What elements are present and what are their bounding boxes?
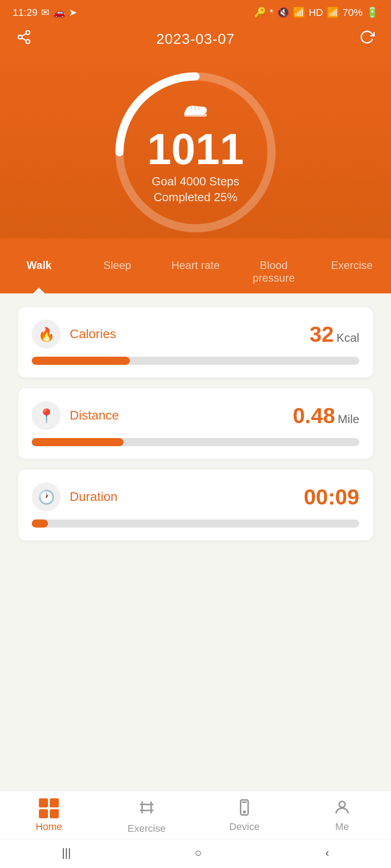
calories-card: 🔥 Calories 32 Kcal [18, 307, 373, 377]
duration-icon-circle: 🕐 [32, 482, 61, 511]
calories-header: 🔥 Calories 32 Kcal [32, 320, 359, 349]
distance-left: 📍 Distance [32, 401, 119, 430]
svg-point-2 [26, 40, 30, 44]
duration-value: 00:09 [304, 485, 359, 509]
distance-header: 📍 Distance 0.48 Mile [32, 401, 359, 430]
duration-bar-fill [32, 519, 48, 528]
status-bar: 11:29 ✉ 🚗 ➤ 🔑 * 🔇 📶 HD 📶 70% 🔋 [0, 0, 391, 25]
distance-bar-fill [32, 438, 124, 446]
nav-device-label: Device [229, 821, 259, 833]
mail-icon: ✉ [41, 7, 49, 19]
tabs-bar: Walk Sleep Heart rate Blood pressure Exe… [0, 238, 391, 293]
key-icon: 🔑 [254, 7, 266, 19]
calories-unit: Kcal [336, 331, 359, 345]
tab-walk[interactable]: Walk [0, 252, 78, 293]
duration-left: 🕐 Duration [32, 482, 118, 511]
signal-icon: 📶 [327, 7, 339, 19]
send-icon: ➤ [69, 7, 77, 19]
calories-left: 🔥 Calories [32, 320, 116, 349]
clock-icon: 🕐 [38, 489, 55, 505]
refresh-button[interactable] [359, 29, 375, 48]
step-count: 1011 [147, 127, 244, 171]
calories-bar-fill [32, 357, 130, 365]
stats-section: 🔥 Calories 32 Kcal 📍 Distance 0.48 [0, 293, 391, 791]
distance-icon-circle: 📍 [32, 401, 61, 430]
sys-back-button[interactable]: ‹ [325, 846, 329, 860]
tab-heartrate[interactable]: Heart rate [157, 252, 235, 293]
shoe-icon [182, 100, 209, 123]
person-icon [333, 798, 351, 818]
distance-bar-bg [32, 438, 359, 446]
hero-section: 1011 Goal 4000 Steps Completed 25% Walk … [0, 57, 391, 293]
calories-value-display: 32 Kcal [310, 322, 359, 347]
distance-unit: Mile [338, 412, 359, 426]
svg-point-8 [243, 811, 245, 812]
pin-icon: 📍 [38, 408, 55, 424]
header-date: 2023-03-07 [156, 31, 235, 47]
nav-exercise[interactable]: Exercise [98, 798, 196, 835]
mute-icon: 🔇 [277, 7, 289, 19]
svg-line-4 [22, 33, 26, 36]
ring-content: 1011 Goal 4000 Steps Completed 25% [147, 100, 244, 204]
sys-recent-button[interactable]: ||| [62, 846, 71, 860]
sys-nav: ||| ○ ‹ [0, 839, 391, 868]
status-left: 11:29 ✉ 🚗 ➤ [13, 7, 77, 19]
completed-text: Completed 25% [154, 190, 238, 204]
duration-bar-bg [32, 519, 359, 528]
dumbbell-icon [138, 798, 156, 820]
hd-badge: HD [309, 7, 323, 19]
nav-me-label: Me [335, 821, 349, 833]
car-icon: 🚗 [53, 7, 65, 19]
bottom-nav: Home Exercise Device Me [0, 791, 391, 839]
nav-home-label: Home [36, 821, 62, 833]
flame-icon: 🔥 [38, 326, 55, 342]
duration-label: Duration [70, 490, 118, 504]
calories-value: 32 [310, 322, 334, 347]
goal-text: Goal 4000 Steps [152, 175, 239, 189]
tab-bloodpressure[interactable]: Blood pressure [234, 252, 313, 293]
tab-sleep[interactable]: Sleep [78, 252, 157, 293]
nav-device[interactable]: Device [196, 798, 293, 835]
duration-value-display: 00:09 [304, 485, 359, 509]
distance-value-display: 0.48 Mile [293, 403, 359, 428]
share-button[interactable] [16, 29, 32, 48]
calories-icon-circle: 🔥 [32, 320, 61, 349]
calories-bar-bg [32, 357, 359, 365]
svg-point-10 [339, 802, 345, 807]
sys-home-button[interactable]: ○ [195, 846, 202, 860]
bluetooth-icon: * [270, 7, 274, 19]
duration-card: 🕐 Duration 00:09 [18, 470, 373, 540]
nav-exercise-label: Exercise [128, 823, 166, 835]
svg-line-3 [22, 38, 26, 41]
battery-level: 70% [343, 7, 362, 19]
battery-icon: 🔋 [366, 7, 378, 19]
nav-home[interactable]: Home [0, 798, 98, 835]
svg-point-0 [26, 31, 30, 35]
wifi-icon: 📶 [293, 7, 305, 19]
header: 2023-03-07 [0, 25, 391, 57]
svg-point-1 [18, 35, 22, 39]
progress-ring-container: 1011 Goal 4000 Steps Completed 25% [110, 66, 281, 238]
home-icon [39, 798, 59, 818]
calories-label: Calories [70, 327, 116, 341]
distance-label: Distance [70, 408, 119, 423]
duration-header: 🕐 Duration 00:09 [32, 482, 359, 511]
status-time: 11:29 [13, 7, 38, 19]
nav-me[interactable]: Me [293, 798, 391, 835]
tab-exercise[interactable]: Exercise [313, 252, 391, 293]
device-icon [235, 798, 253, 818]
distance-value: 0.48 [293, 403, 335, 428]
status-right: 🔑 * 🔇 📶 HD 📶 70% 🔋 [254, 7, 378, 19]
distance-card: 📍 Distance 0.48 Mile [18, 388, 373, 459]
